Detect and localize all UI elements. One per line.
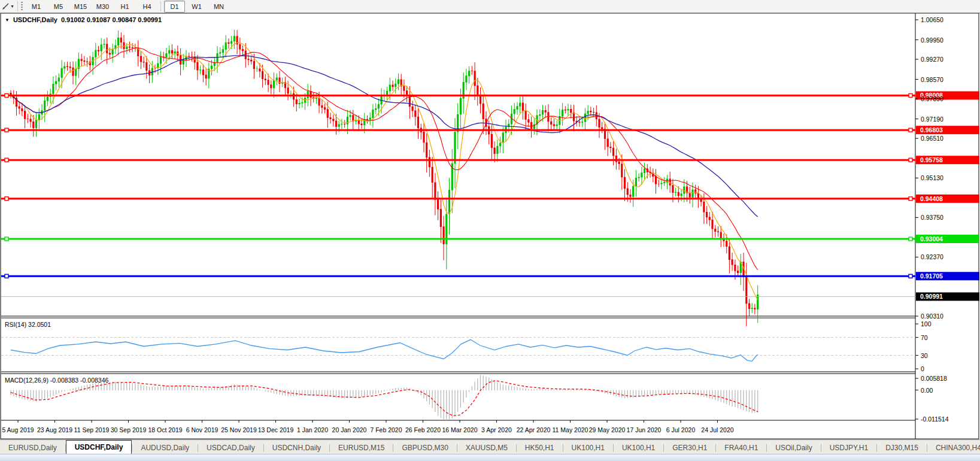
current-price-tag-text: 0.90991 — [920, 293, 943, 300]
status-bar — [0, 454, 980, 461]
line-anchor-left[interactable] — [5, 274, 8, 278]
chart-tab-bar: EURUSD,DailyUSDCHF,DailyAUDUSD,DailyUSDC… — [0, 439, 980, 454]
date-label: 20 Jan 2020 — [332, 426, 367, 433]
date-label: 23 Aug 2019 — [37, 426, 72, 433]
price-axis-label: 0.90310 — [921, 313, 943, 320]
date-label: 26 Feb 2020 — [405, 426, 441, 433]
line-anchor-left[interactable] — [5, 128, 8, 132]
macd-histogram — [10, 375, 758, 421]
date-label: 5 Aug 2019 — [2, 426, 34, 433]
price-tag-text: 0.91705 — [920, 272, 943, 280]
date-label: 17 Jun 2020 — [627, 426, 662, 433]
chart-canvas: 0.980080.968030.957580.944080.930040.917… — [0, 13, 980, 439]
chart-tab-gbpusd-m30[interactable]: GBPUSD,M30 — [393, 442, 456, 454]
chevron-down-icon: ▾ — [11, 4, 13, 9]
macd-axis-label: 0.005818 — [921, 375, 947, 382]
line-anchor-left[interactable] — [5, 237, 8, 241]
rsi-label: RSI(14) 32.0501 — [5, 321, 51, 328]
price-tag-text: 0.95758 — [920, 156, 943, 163]
price-axis-label: 0.98570 — [921, 76, 943, 83]
chart-tab-usoil-daily[interactable]: USOil,Daily — [767, 442, 820, 454]
chart-tab-uk100-h1[interactable]: UK100,H1 — [563, 442, 613, 454]
date-label: 25 Nov 2019 — [221, 426, 257, 433]
chart-tab-usdchf-daily[interactable]: USDCHF,Daily — [66, 440, 132, 454]
date-label: 11 May 2020 — [553, 426, 588, 433]
toolbar-grip[interactable] — [21, 2, 23, 11]
timeframe-button-d1[interactable]: D1 — [164, 1, 185, 13]
date-label: 18 Oct 2019 — [148, 426, 182, 433]
date-label: 22 Apr 2020 — [517, 426, 551, 433]
line-anchor-right[interactable] — [909, 128, 912, 132]
timeframe-button-h4[interactable]: H4 — [136, 1, 157, 13]
crosshair-icon — [2, 2, 10, 10]
mt4-window: ▾ M1M5M15M30H1H4D1W1MN 0.980080.968030.9… — [0, 0, 980, 461]
macd-label: MACD(12,26,9) -0.008383 -0.008346 — [5, 377, 108, 384]
chart-tab-usdcad-daily[interactable]: USDCAD,Daily — [198, 442, 263, 454]
price-tag-text: 0.96803 — [920, 126, 943, 134]
price-axis-label: 0.92370 — [921, 253, 943, 260]
ohlc-values: 0.91002 0.91087 0.90847 0.90991 — [61, 16, 162, 23]
timeframe-button-mn[interactable]: MN — [208, 1, 229, 13]
line-anchor-right[interactable] — [909, 158, 912, 162]
chart-window: 0.980080.968030.957580.944080.930040.917… — [0, 13, 980, 439]
price-axis-label: 0.93750 — [921, 214, 943, 221]
chart-tab-usdjpy-h1[interactable]: USDJPY,H1 — [821, 442, 876, 454]
line-anchor-right[interactable] — [909, 237, 912, 241]
line-anchor-right[interactable] — [909, 197, 912, 201]
price-axis-label: 0.97190 — [921, 116, 943, 123]
chart-tab-hk50-h1[interactable]: HK50,H1 — [517, 442, 563, 454]
chart-tab-eurusd-m15[interactable]: EURUSD,M15 — [330, 442, 393, 454]
date-label: 13 Dec 2019 — [258, 426, 294, 433]
rsi-axis-label: 70 — [921, 334, 928, 341]
date-label: 7 Feb 2020 — [370, 426, 402, 433]
chart-tab-china300-h4[interactable]: CHINA300,H4 — [927, 442, 980, 454]
timeframe-toolbar: ▾ M1M5M15M30H1H4D1W1MN — [0, 0, 980, 13]
date-label: 16 Mar 2020 — [442, 426, 478, 433]
price-axis-label: 0.96510 — [921, 135, 943, 142]
toolbar-separator — [160, 1, 161, 11]
chevron-down-icon: ▼ — [5, 17, 10, 23]
date-label: 3 Apr 2020 — [481, 426, 512, 433]
chart-tab-eurusd-daily[interactable]: EURUSD,Daily — [0, 442, 65, 454]
macd-axis-label: 0.00 — [921, 387, 933, 394]
date-label: 11 Sep 2019 — [74, 426, 110, 433]
timeframe-button-m30[interactable]: M30 — [92, 1, 113, 13]
line-anchor-right[interactable] — [909, 93, 912, 97]
chart-tab-usdcnh-daily[interactable]: USDCNH,Daily — [264, 442, 329, 454]
chart-tab-xauusd-m5[interactable]: XAUUSD,M5 — [457, 442, 516, 454]
chart-tab-fra40-h1[interactable]: FRA40,H1 — [716, 442, 766, 454]
date-label: 24 Jul 2020 — [701, 426, 733, 433]
symbol-period-label: USDCHF,Daily — [13, 16, 57, 23]
rsi-axis-label: 100 — [921, 320, 932, 327]
line-anchor-left[interactable] — [5, 93, 8, 97]
date-label: 1 Jan 2020 — [297, 426, 328, 433]
date-label: 6 Jul 2020 — [666, 426, 696, 433]
rsi-line — [11, 339, 758, 361]
timeframe-button-w1[interactable]: W1 — [186, 1, 207, 13]
price-axis-label: 1.00650 — [921, 16, 943, 23]
rsi-axis-label: 30 — [921, 352, 928, 359]
timeframe-button-m1[interactable]: M1 — [26, 1, 47, 13]
timeframe-button-h1[interactable]: H1 — [114, 1, 135, 13]
price-tag-text: 0.94408 — [920, 195, 943, 202]
toolbar-separator — [17, 1, 18, 11]
price-axis-label: 0.97890 — [921, 95, 943, 102]
price-tag-text: 0.93004 — [920, 235, 943, 242]
price-axis-label: 0.99270 — [921, 56, 943, 63]
crosshair-cursor-tool[interactable]: ▾ — [0, 1, 16, 12]
macd-axis-label: -0.011514 — [921, 415, 949, 423]
timeframe-button-m5[interactable]: M5 — [48, 1, 69, 13]
line-anchor-left[interactable] — [5, 197, 8, 201]
chart-tab-uk100-h1[interactable]: UK100,H1 — [614, 442, 663, 454]
timeframe-button-m15[interactable]: M15 — [70, 1, 91, 13]
chart-tab-audusd-daily[interactable]: AUDUSD,Daily — [132, 442, 198, 454]
line-anchor-right[interactable] — [909, 274, 912, 278]
chart-title[interactable]: ▼ USDCHF,Daily 0.91002 0.91087 0.90847 0… — [5, 16, 162, 23]
rsi-axis-label: 0 — [921, 365, 924, 372]
line-anchor-left[interactable] — [5, 158, 8, 162]
price-axis-label: 0.95130 — [921, 174, 943, 181]
chart-tab-dj30-m15[interactable]: DJ30,M15 — [877, 442, 927, 454]
chart-tab-ger30-h1[interactable]: GER30,H1 — [664, 442, 715, 454]
date-label: 29 May 2020 — [589, 426, 626, 433]
macd-signal-line — [11, 381, 758, 416]
